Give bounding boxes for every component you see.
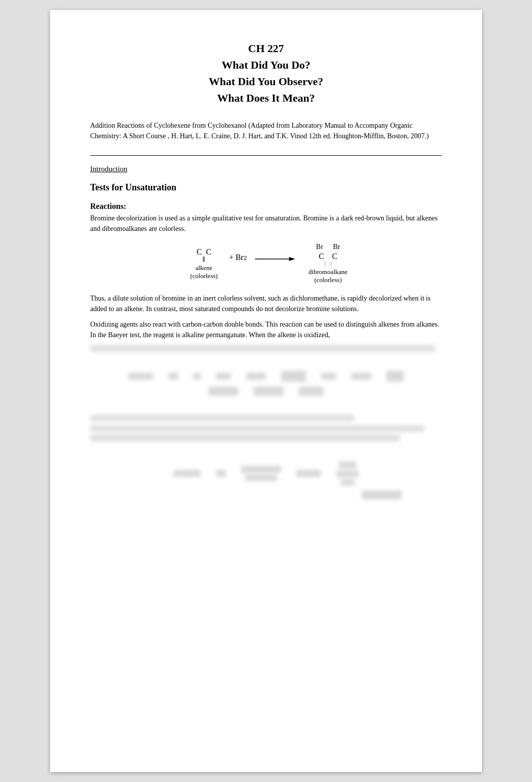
title-block: CH 227 What Did You Do? What Did You Obs… (90, 40, 442, 106)
alkene-compound: C C ‖ alkene (colorless) (179, 247, 229, 280)
reactions-para3: Oxidizing agents also react with carbon-… (90, 319, 442, 340)
intro-section: Introduction (90, 165, 442, 173)
blurred-chem-row-4 (90, 490, 442, 499)
title-line2: What Did You Do? (221, 59, 310, 71)
tests-section: Tests for Unsaturation (90, 182, 442, 193)
blur-chem-3 (193, 373, 201, 380)
blur-chem-7 (321, 373, 336, 380)
blur-line-1 (90, 345, 435, 352)
reactions-section: Reactions: Bromine decolorization is use… (90, 202, 442, 234)
br-top-right: Br (333, 243, 340, 251)
blur-chem-11 (253, 387, 284, 396)
alkene-label: alkene (colorless) (190, 264, 218, 280)
subtitle-text: Addition Reactions of Cyclohexene from C… (90, 120, 442, 141)
blur-line-4 (90, 435, 400, 441)
svg-marker-1 (289, 257, 295, 261)
document-header: CH 227 What Did You Do? What Did You Obs… (90, 40, 442, 106)
blur-chem-10 (208, 387, 238, 396)
c-left: C (319, 252, 324, 261)
reaction-arrow (255, 254, 295, 264)
c-right: C (332, 252, 338, 261)
intro-heading: Introduction (90, 165, 442, 173)
blur-chem-5 (246, 373, 266, 380)
blurred-chem-row-1 (90, 371, 442, 382)
plus-sign: + Br (229, 253, 243, 262)
blur-chem-9 (386, 371, 404, 382)
dibromo-compound: Br Br C C | | dibromoalkane (colorless) (303, 243, 353, 284)
blur-chem-1 (128, 373, 153, 380)
divider (90, 155, 442, 156)
reactions-heading: Reactions: (90, 202, 442, 211)
blur-plus (216, 470, 226, 477)
blurred-chem-1 (90, 361, 442, 406)
br2-formula-area: + Br2 (229, 253, 247, 274)
document-page: CH 227 What Did You Do? What Did You Obs… (50, 10, 482, 772)
subtitle-block: Addition Reactions of Cyclohexene from C… (90, 120, 442, 141)
title-line1: CH 227 (248, 42, 284, 55)
blur-chem-8 (351, 373, 371, 380)
blur-compound-1 (173, 470, 201, 477)
title-line3: What Did You Observe? (209, 75, 323, 88)
bond-lines: | | (325, 260, 332, 266)
blur-product-label (362, 490, 402, 499)
tests-heading: Tests for Unsaturation (90, 182, 442, 193)
blur-line-2 (90, 415, 354, 421)
br2-sub: 2 (243, 254, 247, 262)
br-top-row: Br Br (316, 243, 340, 251)
arrow-area (255, 254, 295, 273)
blur-chem-2 (168, 373, 178, 380)
blur-chem-6 (281, 371, 306, 382)
blurred-chem-2 (90, 451, 442, 509)
blur-compound-3 (336, 461, 359, 485)
reaction-diagram: C C ‖ alkene (colorless) + Br2 (90, 243, 442, 284)
double-bond-lines: ‖ (202, 255, 205, 262)
plus-br2: + Br2 (229, 253, 247, 274)
blur-chem-4 (216, 373, 231, 380)
reactions-para1: Bromine decolorization is used as a simp… (90, 213, 442, 234)
blurred-chem-row-2 (90, 387, 442, 396)
blur-arrow (296, 470, 321, 477)
reactions-para2: Thus, a dilute solution of bromine in an… (90, 293, 442, 314)
title-line4: What Does It Mean? (217, 92, 315, 104)
blur-chem-12 (299, 387, 324, 396)
br-top-left: Br (316, 243, 323, 251)
blur-line-3 (90, 425, 424, 432)
blurred-chem-row-3 (90, 461, 442, 485)
blur-compound-2 (241, 466, 281, 481)
blurred-content-1 (90, 345, 442, 509)
dibromo-label: dibromoalkane (colorless) (309, 268, 348, 284)
